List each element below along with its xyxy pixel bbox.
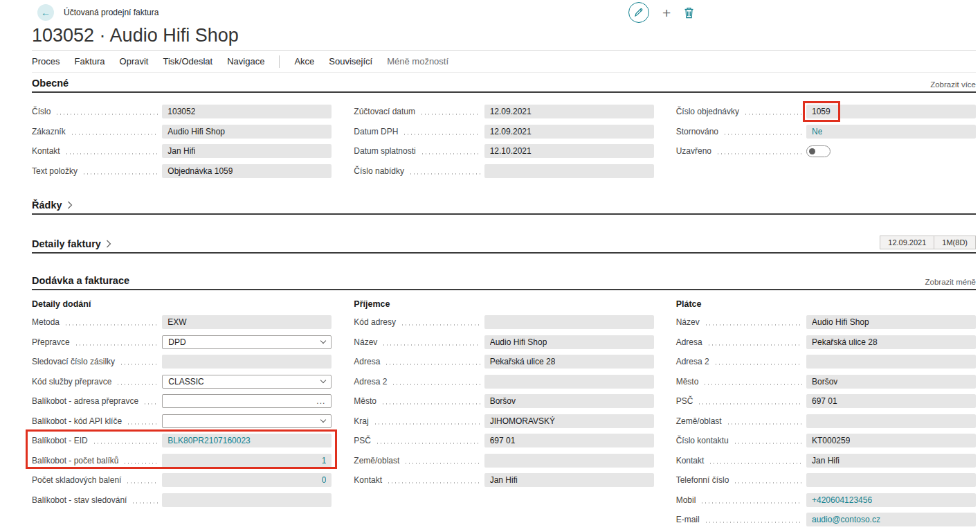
menu-item-tisk-odeslat[interactable]: Tisk/Odeslat	[163, 56, 212, 66]
edit-button[interactable]	[628, 2, 649, 23]
field-box-mesto[interactable]: Boršov	[806, 375, 976, 389]
dotted-leader	[698, 403, 802, 405]
field-box-datum-dph[interactable]: 12.09.2021	[484, 125, 654, 139]
badge-12-09-2021[interactable]: 12.09.2021	[880, 236, 934, 249]
delete-button[interactable]	[684, 7, 694, 19]
menu-item-akce[interactable]: Akce	[294, 56, 314, 66]
field-box-adresa[interactable]: Pekařská ulice 28	[484, 355, 654, 369]
toggle-uzavreno[interactable]	[806, 145, 831, 157]
field-box-cislo-kontaktu[interactable]: KT000259	[806, 434, 976, 447]
dotted-leader	[127, 423, 158, 425]
field-box-text-polozky[interactable]: Objednávka 1059	[162, 164, 332, 178]
posted-sales-invoice-page: ← Účtovaná prodejní faktura + 103052 ·	[0, 0, 980, 530]
field-box-zeme-oblast[interactable]	[484, 454, 654, 468]
field-box-mobil[interactable]: +420604123456	[806, 493, 976, 507]
field-value-text-polozky: Objednávka 1059	[167, 166, 233, 176]
section-title-lines[interactable]: Řádky	[32, 200, 62, 211]
field-box-zeme-oblast[interactable]	[806, 414, 976, 428]
field-box-zuctovaci-datum[interactable]: 12.09.2021	[484, 105, 654, 118]
field-box-psc[interactable]: 697 01	[484, 434, 654, 447]
field-label-nazev: Název	[676, 317, 700, 327]
menu-separator	[279, 55, 280, 68]
field-box-mesto[interactable]: Boršov	[484, 394, 654, 408]
chevron-right-icon[interactable]	[106, 240, 111, 248]
chevron-down-icon[interactable]	[320, 338, 326, 344]
field-value-pocet-skladovych-baleni: 0	[322, 475, 327, 485]
field-box-balikobot-adresa-prepravce[interactable]: ...	[162, 394, 332, 408]
field-box-metoda[interactable]: EXW	[162, 315, 332, 329]
field-box-zakaznik[interactable]: Audio Hifi Shop	[162, 125, 332, 139]
section-title-shipping[interactable]: Dodávka a fakturace	[32, 275, 129, 286]
field-box-datum-splatnosti[interactable]: 12.10.2021	[484, 144, 654, 158]
dotted-leader	[404, 463, 480, 464]
field-box-telefonni-cislo[interactable]	[806, 473, 976, 487]
field-row-adresa-2: Adresa 2	[676, 352, 976, 372]
field-box-kod-adresy[interactable]	[484, 315, 654, 329]
dotted-leader	[401, 324, 480, 326]
field-box-balikobot-kod-api-klice[interactable]	[162, 414, 332, 428]
field-row-kraj: KrajJIHOMORAVSKÝ	[354, 411, 653, 432]
dotted-leader	[744, 114, 802, 115]
menu-item-mene-moznosti[interactable]: Méně možností	[387, 56, 448, 66]
field-label-uzavreno: Uzavřeno	[676, 146, 711, 156]
chevron-down-icon[interactable]	[320, 378, 326, 383]
field-box-kontakt[interactable]: Jan Hifi	[806, 454, 976, 468]
field-value-zakaznik: Audio Hifi Shop	[167, 127, 225, 136]
menu-item-faktura[interactable]: Faktura	[74, 56, 105, 66]
dotted-leader	[392, 384, 480, 385]
field-box-balikobot-eid[interactable]: BLK80PR2107160023	[162, 434, 332, 447]
field-row-balikobot-stav-sledovani: Balíkobot - stav sledování	[32, 490, 332, 511]
chevron-down-icon[interactable]	[320, 417, 326, 423]
field-row-prepravce: PřepravceDPD	[32, 332, 332, 353]
back-button[interactable]: ←	[37, 4, 54, 21]
field-box-kontakt[interactable]: Jan Hifi	[162, 144, 332, 158]
field-value-mesto: Boršov	[490, 396, 516, 406]
field-box-pocet-skladovych-baleni[interactable]: 0	[162, 473, 332, 487]
field-label-pocet-skladovych-baleni: Počet skladových balení	[32, 475, 121, 485]
field-row-kod-adresy: Kód adresy	[354, 312, 653, 332]
menu-item-souvisejici[interactable]: Související	[329, 56, 372, 66]
section-title-invoice-details[interactable]: Detaily faktury	[32, 238, 101, 249]
field-label-adresa: Adresa	[354, 357, 380, 366]
field-value-balikobot-pocet-baliku: 1	[322, 456, 327, 466]
field-box-kontakt[interactable]: Jan Hifi	[484, 473, 654, 487]
dotted-leader	[723, 134, 802, 135]
field-row-psc: PSČ697 01	[676, 391, 976, 411]
trash-icon	[684, 7, 694, 19]
ellipsis-icon[interactable]: ...	[316, 398, 325, 404]
field-box-cislo-nabidky[interactable]	[484, 164, 654, 178]
field-value-kontakt: Jan Hifi	[490, 475, 518, 485]
field-row-zeme-oblast: Země/oblast	[676, 411, 976, 432]
field-box-stornovano[interactable]: Ne	[806, 125, 976, 139]
field-box-balikobot-pocet-baliku[interactable]: 1	[162, 454, 332, 468]
invoice-details-badges: 12.09.20211M(8D)	[880, 236, 976, 249]
field-box-adresa[interactable]: Pekařská ulice 28	[806, 335, 976, 349]
menu-item-navigace[interactable]: Navigace	[227, 56, 264, 66]
show-more-link[interactable]: Zobrazit více	[930, 80, 976, 89]
chevron-right-icon[interactable]	[67, 201, 73, 209]
field-box-prepravce[interactable]: DPD	[162, 335, 332, 349]
field-box-e-mail[interactable]: audio@contoso.cz	[806, 513, 976, 526]
field-box-sledovaci-cislo-zasilky[interactable]	[162, 355, 332, 369]
field-box-balikobot-stav-sledovani[interactable]	[162, 493, 332, 507]
field-box-cislo[interactable]: 103052	[162, 105, 332, 118]
field-box-kraj[interactable]: JIHOMORAVSKÝ	[484, 414, 654, 428]
page-caption: Účtovaná prodejní faktura	[64, 8, 158, 17]
badge-1m-8d[interactable]: 1M(8D)	[934, 236, 976, 249]
section-title-general[interactable]: Obecné	[32, 78, 69, 89]
menu-item-opravit[interactable]: Opravit	[120, 56, 149, 66]
field-box-kod-sluzby-prepravce[interactable]: CLASSIC	[162, 375, 332, 389]
field-label-psc: PSČ	[676, 396, 693, 406]
field-box-adresa-2[interactable]	[806, 355, 976, 369]
shipping-group-prijemce: PříjemceKód adresyNázevAudio Hifi ShopAd…	[354, 299, 653, 530]
field-box-cislo-objednavky[interactable]: 1059	[806, 105, 976, 118]
field-box-psc[interactable]: 697 01	[806, 394, 976, 408]
add-button[interactable]: +	[661, 6, 672, 20]
show-less-link[interactable]: Zobrazit méně	[925, 278, 976, 286]
field-label-e-mail: E-mail	[676, 515, 700, 524]
menu-item-proces[interactable]: Proces	[32, 56, 60, 66]
section-shipping-header: Dodávka a fakturace Zobrazit méně	[32, 275, 976, 290]
field-box-nazev[interactable]: Audio Hifi Shop	[484, 335, 654, 349]
field-box-nazev[interactable]: Audio Hifi Shop	[806, 315, 976, 329]
field-box-adresa-2[interactable]	[484, 375, 654, 389]
